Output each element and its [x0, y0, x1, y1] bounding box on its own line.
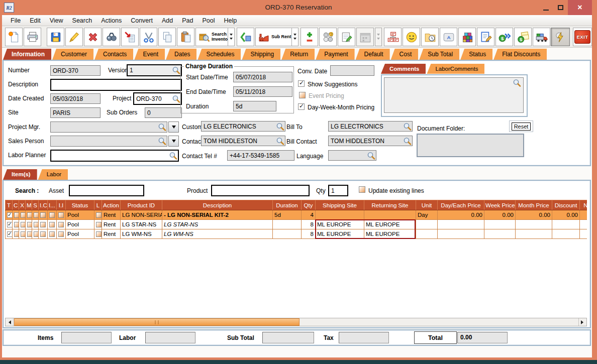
menu-search[interactable]: Search [68, 16, 97, 25]
row-checkbox[interactable] [26, 229, 32, 239]
cell-net[interactable] [580, 210, 587, 220]
bill-contact-field[interactable]: TOM HIDDLESTON [328, 136, 413, 146]
cell-qty[interactable]: 8 [302, 220, 316, 229]
reset-button[interactable]: Reset [512, 123, 531, 131]
dollar-notes-button[interactable]: $ [514, 28, 532, 46]
cell-discount[interactable] [552, 220, 580, 229]
site-field[interactable]: PARIS [50, 107, 101, 118]
grid-row-2[interactable]: Pool Rent LG STAR-NS LG STAR-NS 8 ML EUR… [6, 220, 587, 229]
convert-shapes-button[interactable] [237, 28, 254, 46]
cell-returning-site[interactable]: ML EUROPE [364, 229, 416, 239]
date-created-field[interactable]: 05/03/2018 [50, 93, 101, 104]
cell-month-price[interactable] [516, 220, 552, 229]
customer-field[interactable]: LG ELECTRONICS [201, 121, 285, 132]
col-header[interactable]: L [94, 200, 102, 210]
lightning-button[interactable] [551, 28, 570, 46]
row-checkbox[interactable] [48, 229, 57, 239]
dollar-forward-button[interactable]: $ [495, 28, 513, 46]
cell-duration[interactable] [273, 220, 302, 229]
cell-shipping-site[interactable]: ML EUROPE [316, 229, 364, 239]
tab-schedules[interactable]: Schedules [197, 49, 241, 60]
document-folder-box[interactable] [417, 134, 524, 157]
menu-actions[interactable]: Actions [96, 16, 126, 25]
cell-shipping-site[interactable]: ML EUROPE [316, 220, 364, 229]
labor-planner-field[interactable] [50, 150, 179, 162]
row-checkbox[interactable] [19, 220, 26, 229]
row-checkbox[interactable] [57, 220, 66, 229]
add-remove-button[interactable] [301, 28, 318, 46]
row-checkbox[interactable] [39, 210, 48, 220]
row-checkbox[interactable] [32, 210, 39, 220]
tab-shipping[interactable]: Shipping [242, 49, 280, 60]
tab-default[interactable]: Default [356, 49, 390, 60]
menu-edit[interactable]: Edit [25, 16, 45, 25]
contact-field[interactable]: TOM HIDDLESTON [201, 136, 285, 146]
cell-duration[interactable] [273, 229, 302, 239]
col-header[interactable]: I.C [39, 200, 48, 210]
show-suggestions-checkbox[interactable] [298, 80, 305, 87]
cell-shipping-site[interactable] [316, 210, 364, 220]
tab-event[interactable]: Event [134, 49, 165, 60]
magnifier-icon[interactable] [172, 66, 180, 75]
col-header[interactable]: I.I [57, 200, 66, 210]
row-checkbox-l[interactable] [94, 220, 102, 229]
row-checkbox-l[interactable] [94, 210, 102, 220]
magnifier-icon[interactable] [169, 152, 177, 160]
cell-day-price[interactable] [438, 229, 484, 239]
magnifier-icon[interactable] [276, 122, 284, 131]
pool-circles-button[interactable]: ? [319, 28, 337, 46]
magnifier-icon[interactable] [403, 137, 412, 145]
smiley-button[interactable] [403, 28, 420, 46]
row-checkbox[interactable] [13, 229, 19, 239]
day-week-month-checkbox[interactable] [298, 103, 305, 110]
tab-status[interactable]: Status [460, 49, 492, 60]
cell-week-price[interactable]: 0.00 [484, 210, 516, 220]
color-blocks-button[interactable] [458, 28, 476, 46]
tab-items[interactable]: Item(s) [3, 169, 37, 180]
project-mgr-dropdown[interactable] [168, 122, 179, 133]
cut-button[interactable] [140, 28, 157, 46]
cell-unit[interactable] [416, 220, 438, 229]
col-header-unit[interactable]: Unit [416, 200, 438, 210]
col-header-week-price[interactable]: Week Price [484, 200, 516, 210]
conv-date-field[interactable] [330, 65, 374, 76]
col-header[interactable]: X [19, 200, 26, 210]
row-checkbox[interactable] [57, 229, 66, 239]
cell-action[interactable]: Rent [102, 220, 121, 229]
scrollbar-thumb[interactable] [14, 318, 300, 326]
col-header-qty[interactable]: Qty [302, 200, 316, 210]
cell-week-price[interactable] [484, 220, 516, 229]
delete-button[interactable] [84, 28, 102, 46]
cell-description[interactable]: LG WM-NS [162, 229, 273, 239]
col-header[interactable]: S [32, 200, 39, 210]
row-checkbox-t[interactable] [6, 220, 13, 229]
project-field[interactable]: ORD-370 [133, 92, 182, 105]
product-input[interactable] [211, 185, 310, 196]
tab-labor-comments[interactable]: LaborComments [427, 64, 484, 74]
tab-return[interactable]: Return [281, 49, 315, 60]
col-header-status[interactable]: Status [66, 200, 94, 210]
row-checkbox[interactable] [39, 229, 48, 239]
close-button[interactable]: × [568, 0, 592, 15]
magnifier-icon[interactable] [513, 79, 521, 87]
row-checkbox[interactable] [13, 210, 19, 220]
cell-description[interactable]: - LG NON-SERIAL KIT-2 [162, 210, 273, 220]
menu-pool[interactable]: Pool [197, 16, 219, 25]
cell-action[interactable]: Rent [102, 229, 121, 239]
bill-to-field[interactable]: LG ELECTRONICS [328, 121, 413, 132]
minimize-button[interactable] [539, 0, 553, 15]
col-header-shipping-site[interactable]: Shipping Site [316, 200, 364, 210]
magnifier-icon[interactable] [403, 122, 412, 131]
col-header-net[interactable]: Ne [580, 200, 587, 210]
sales-person-dropdown[interactable] [168, 136, 179, 147]
cell-product-id[interactable]: LG STAR-NS [121, 220, 162, 229]
col-header-product-id[interactable]: Product ID [121, 200, 162, 210]
tab-payment[interactable]: Payment [316, 49, 354, 60]
menu-convert[interactable]: Convert [126, 16, 157, 25]
print-button[interactable] [24, 28, 41, 46]
row-checkbox[interactable] [19, 229, 26, 239]
edit-button[interactable] [65, 28, 83, 46]
magnifier-icon[interactable] [172, 94, 180, 103]
tab-comments[interactable]: Comments [381, 64, 426, 74]
col-header-discount[interactable]: Discount [552, 200, 580, 210]
